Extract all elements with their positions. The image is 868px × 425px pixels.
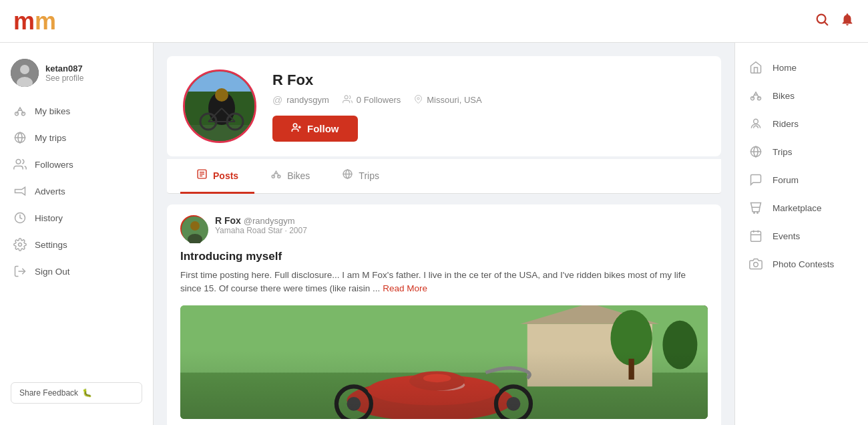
sidebar-item-settings[interactable]: Settings: [0, 231, 153, 258]
sidebar-item-sign-out[interactable]: Sign Out: [0, 258, 153, 285]
tab-posts[interactable]: Posts: [180, 159, 254, 194]
follow-label: Follow: [307, 123, 339, 134]
at-icon: @: [272, 94, 282, 106]
svg-point-5: [15, 112, 19, 116]
post-author-row: R Fox @randysgym: [215, 215, 307, 226]
user-name: ketan087: [45, 63, 83, 74]
right-bikes-label: Bikes: [773, 91, 795, 101]
right-nav-bikes[interactable]: Bikes: [735, 82, 868, 110]
svg-point-25: [293, 124, 296, 127]
svg-point-54: [751, 97, 754, 100]
location-icon: [414, 94, 423, 106]
tab-trips[interactable]: Trips: [326, 159, 395, 194]
logo-m2: m: [35, 7, 56, 35]
right-riders-label: Riders: [773, 119, 799, 129]
right-photo-contests-label: Photo Contests: [773, 259, 834, 269]
share-feedback-label: Share Feedback: [19, 388, 78, 398]
profile-header: R Fox @ randysgym: [167, 56, 721, 156]
svg-point-23: [345, 95, 348, 98]
post-author-name: R Fox: [215, 215, 241, 226]
svg-line-1: [825, 22, 827, 25]
profile-avatar-wrap: [183, 69, 256, 143]
right-bike-icon: [748, 88, 763, 103]
right-nav-photo-contests[interactable]: Photo Contests: [735, 250, 868, 278]
gear-icon: [13, 238, 27, 251]
svg-point-6: [22, 112, 25, 116]
profile-followers-meta: 0 Followers: [343, 94, 401, 106]
sidebar-item-my-trips[interactable]: My trips: [0, 124, 153, 151]
people-icon: [13, 158, 27, 171]
main-content: R Fox @ randysgym: [154, 43, 734, 425]
sidebar-item-adverts[interactable]: Adverts: [0, 178, 153, 204]
left-nav: My bikes My trips: [0, 98, 153, 285]
profile-avatar: [183, 69, 256, 143]
right-home-label: Home: [773, 63, 797, 73]
bike-icon: [13, 104, 27, 118]
bikes-tab-label: Bikes: [287, 170, 310, 181]
right-nav-forum[interactable]: Forum: [735, 166, 868, 194]
svg-point-3: [20, 65, 29, 74]
tab-bikes[interactable]: Bikes: [254, 159, 326, 194]
home-icon: [748, 60, 763, 75]
clock-icon: [13, 211, 27, 225]
post-card: R Fox @randysgym Yamaha Road Star · 2007…: [167, 204, 721, 425]
post-header: R Fox @randysgym Yamaha Road Star · 2007: [180, 215, 708, 242]
logo-m1: m: [13, 7, 35, 35]
see-profile-link[interactable]: See profile: [45, 74, 83, 83]
right-marketplace-label: Marketplace: [773, 203, 822, 213]
settings-label: Settings: [35, 240, 67, 250]
header-icons: [815, 12, 855, 30]
post-title: Introducing myself: [180, 250, 708, 263]
avatar-img: [11, 59, 39, 87]
svg-point-36: [190, 221, 200, 231]
right-nav-marketplace[interactable]: Marketplace: [735, 194, 868, 222]
svg-point-10: [19, 243, 22, 247]
bikes-tab-icon: [270, 168, 282, 182]
search-icon[interactable]: [815, 12, 829, 30]
svg-point-8: [16, 160, 21, 164]
sidebar-item-history[interactable]: History: [0, 204, 153, 231]
posts-tab-icon: [196, 168, 208, 182]
svg-point-55: [758, 97, 761, 100]
svg-point-64: [754, 263, 758, 267]
svg-point-59: [757, 212, 758, 214]
posts-tab-label: Posts: [213, 170, 238, 181]
svg-point-58: [754, 212, 755, 214]
sign-out-label: Sign Out: [35, 267, 70, 277]
my-trips-label: My trips: [35, 133, 66, 143]
right-sidebar: Home Bikes Riders: [734, 43, 868, 425]
followers-label: Followers: [35, 160, 73, 170]
post-body: First time posting here. Full disclosure…: [180, 269, 708, 296]
store-icon: [748, 200, 763, 215]
globe-icon: [13, 131, 27, 144]
sidebar-item-followers[interactable]: Followers: [0, 151, 153, 178]
avatar: [11, 59, 39, 87]
right-nav-trips[interactable]: Trips: [735, 138, 868, 166]
share-feedback-button[interactable]: Share Feedback 🐛: [11, 382, 142, 404]
bell-icon[interactable]: [840, 12, 855, 30]
layout: ketan087 See profile My bikes: [0, 43, 868, 425]
read-more-link[interactable]: Read More: [383, 283, 427, 293]
power-icon: [13, 265, 27, 278]
profile-info: R Fox @ randysgym: [272, 72, 705, 142]
right-nav-home[interactable]: Home: [735, 53, 868, 82]
profile-name: R Fox: [272, 72, 705, 89]
follow-button[interactable]: Follow: [272, 116, 358, 142]
chat-icon: [748, 172, 763, 187]
sidebar-item-my-bikes[interactable]: My bikes: [0, 98, 153, 124]
adverts-label: Adverts: [35, 186, 65, 196]
post-author-info: R Fox @randysgym Yamaha Road Star · 2007: [215, 215, 307, 235]
camera-icon: [748, 257, 763, 271]
post-avatar: [180, 215, 207, 242]
history-label: History: [35, 213, 63, 223]
follow-plus-icon: [291, 122, 302, 135]
right-nav-riders[interactable]: Riders: [735, 110, 868, 138]
followers-meta-icon: [343, 94, 353, 106]
post-author-handle: @randysgym: [244, 216, 295, 226]
profile-username: @ randysgym: [272, 94, 329, 106]
right-nav-events[interactable]: Events: [735, 222, 868, 250]
logo[interactable]: mm: [13, 7, 56, 35]
profile-meta: @ randysgym 0 Followers: [272, 94, 705, 106]
user-profile[interactable]: ketan087 See profile: [0, 53, 153, 98]
trips-tab-icon: [342, 168, 353, 182]
